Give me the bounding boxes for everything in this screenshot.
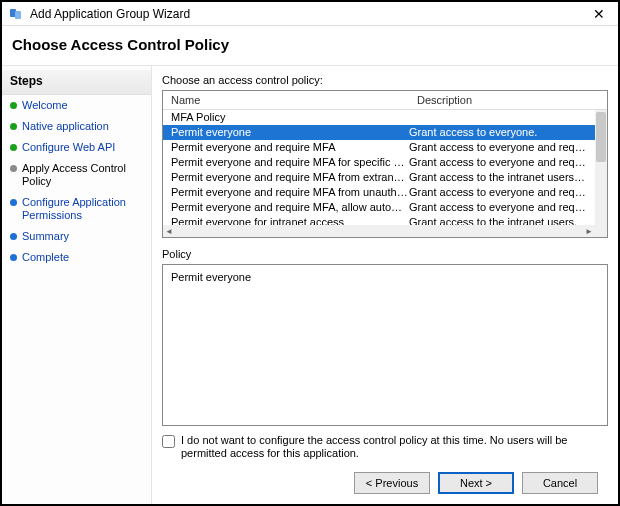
- step-label[interactable]: Complete: [22, 251, 69, 264]
- page-title: Choose Access Control Policy: [12, 36, 608, 53]
- step-label[interactable]: Native application: [22, 120, 109, 133]
- scroll-thumb[interactable]: [596, 112, 606, 162]
- policy-row[interactable]: Permit everyone and require MFA from una…: [163, 185, 595, 200]
- titlebar: Add Application Group Wizard ✕: [2, 2, 618, 26]
- policy-list: Name Description MFA PolicyPermit everyo…: [162, 90, 608, 238]
- policy-row[interactable]: Permit everyone and require MFAGrant acc…: [163, 140, 595, 155]
- steps-sidebar: Steps WelcomeNative applicationConfigure…: [2, 66, 152, 504]
- step-apply-access-control-policy: Apply Access Control Policy: [2, 158, 151, 192]
- policy-prompt: Choose an access control policy:: [162, 74, 608, 86]
- step-bullet-icon: [10, 123, 17, 130]
- horizontal-scrollbar[interactable]: ◄ ►: [163, 225, 595, 237]
- main-panel: Choose an access control policy: Name De…: [152, 66, 618, 504]
- step-summary[interactable]: Summary: [2, 226, 151, 247]
- step-native-application[interactable]: Native application: [2, 116, 151, 137]
- row-name: Permit everyone: [171, 125, 409, 140]
- policy-row[interactable]: Permit everyone and require MFA for spec…: [163, 155, 595, 170]
- step-label[interactable]: Configure Application Permissions: [22, 196, 145, 222]
- row-name: Permit everyone and require MFA, allow a…: [171, 200, 409, 215]
- policy-preview-text: Permit everyone: [171, 271, 251, 283]
- list-header: Name Description: [163, 91, 607, 110]
- step-welcome[interactable]: Welcome: [2, 95, 151, 116]
- row-name: MFA Policy: [171, 110, 409, 125]
- step-label[interactable]: Summary: [22, 230, 69, 243]
- window-title: Add Application Group Wizard: [30, 7, 586, 21]
- app-icon: [8, 6, 24, 22]
- vertical-scrollbar[interactable]: [595, 110, 607, 225]
- list-body: MFA PolicyPermit everyoneGrant access to…: [163, 110, 607, 237]
- row-description: Grant access to everyone and require MFA…: [409, 140, 587, 155]
- row-description: [409, 110, 587, 125]
- step-bullet-icon: [10, 199, 17, 206]
- row-name: Permit everyone for intranet access: [171, 215, 409, 225]
- skip-label[interactable]: I do not want to configure the access co…: [181, 434, 608, 460]
- step-complete[interactable]: Complete: [2, 247, 151, 268]
- policy-row[interactable]: MFA Policy: [163, 110, 595, 125]
- next-button[interactable]: Next >: [438, 472, 514, 494]
- row-name: Permit everyone and require MFA: [171, 140, 409, 155]
- step-bullet-icon: [10, 144, 17, 151]
- svg-rect-1: [15, 11, 21, 19]
- step-configure-application-permissions[interactable]: Configure Application Permissions: [2, 192, 151, 226]
- row-description: Grant access to everyone.: [409, 125, 587, 140]
- close-icon[interactable]: ✕: [586, 4, 612, 24]
- steps-list: WelcomeNative applicationConfigure Web A…: [2, 95, 151, 268]
- page-header: Choose Access Control Policy: [2, 26, 618, 65]
- step-bullet-icon: [10, 254, 17, 261]
- row-description: Grant access to the intranet users and r…: [409, 170, 587, 185]
- skip-row: I do not want to configure the access co…: [162, 426, 608, 466]
- policy-row[interactable]: Permit everyone and require MFA from ext…: [163, 170, 595, 185]
- step-bullet-icon: [10, 165, 17, 172]
- scroll-left-icon[interactable]: ◄: [163, 225, 175, 237]
- row-description: Grant access to the intranet users.: [409, 215, 587, 225]
- row-description: Grant access to everyone and require MFA…: [409, 185, 587, 200]
- policy-row[interactable]: Permit everyoneGrant access to everyone.: [163, 125, 595, 140]
- row-name: Permit everyone and require MFA from ext…: [171, 170, 409, 185]
- row-description: Grant access to everyone and require MFA…: [409, 200, 587, 215]
- skip-checkbox[interactable]: [162, 435, 175, 448]
- policy-label: Policy: [162, 248, 608, 260]
- step-label[interactable]: Welcome: [22, 99, 68, 112]
- policy-preview: Permit everyone: [162, 264, 608, 426]
- body: Steps WelcomeNative applicationConfigure…: [2, 65, 618, 504]
- scroll-corner: [595, 225, 607, 237]
- steps-title: Steps: [2, 70, 151, 95]
- policy-row[interactable]: Permit everyone and require MFA, allow a…: [163, 200, 595, 215]
- step-label[interactable]: Configure Web API: [22, 141, 115, 154]
- row-name: Permit everyone and require MFA for spec…: [171, 155, 409, 170]
- wizard-window: Add Application Group Wizard ✕ Choose Ac…: [0, 0, 620, 506]
- row-description: Grant access to everyone and require MFA…: [409, 155, 587, 170]
- step-bullet-icon: [10, 233, 17, 240]
- scroll-right-icon[interactable]: ►: [583, 225, 595, 237]
- row-name: Permit everyone and require MFA from una…: [171, 185, 409, 200]
- step-label: Apply Access Control Policy: [22, 162, 145, 188]
- col-description[interactable]: Description: [409, 91, 595, 109]
- step-configure-web-api[interactable]: Configure Web API: [2, 137, 151, 158]
- col-name[interactable]: Name: [163, 91, 409, 109]
- policy-row[interactable]: Permit everyone for intranet accessGrant…: [163, 215, 595, 225]
- cancel-button[interactable]: Cancel: [522, 472, 598, 494]
- previous-button[interactable]: < Previous: [354, 472, 430, 494]
- button-row: < Previous Next > Cancel: [162, 466, 608, 504]
- step-bullet-icon: [10, 102, 17, 109]
